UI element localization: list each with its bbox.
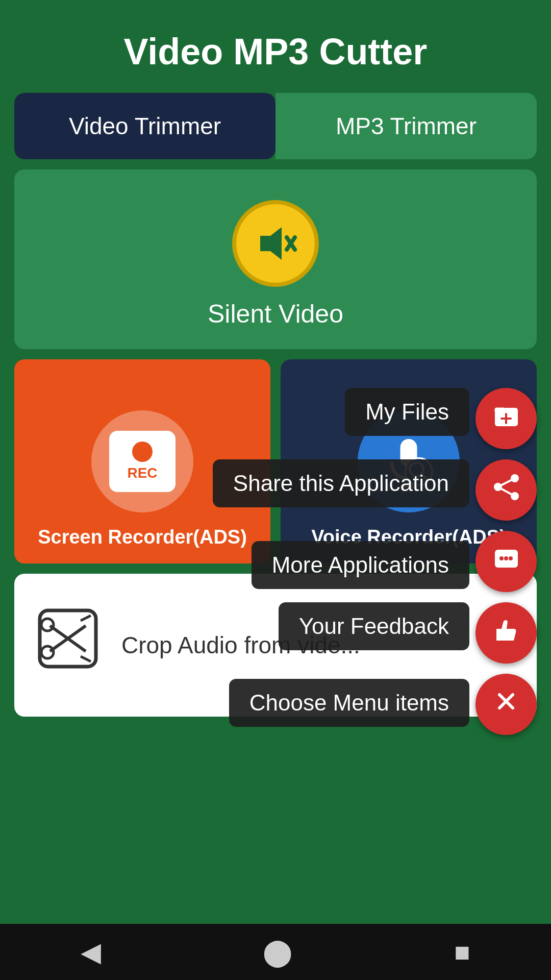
- recent-button[interactable]: ■: [454, 937, 470, 967]
- svg-line-16: [81, 616, 91, 621]
- svg-rect-1: [260, 236, 270, 251]
- share-icon: [492, 473, 520, 507]
- tooltip-choose: Choose Menu items: [229, 679, 469, 727]
- back-button[interactable]: ◀: [81, 937, 101, 967]
- svg-line-25: [498, 487, 515, 496]
- share-fab[interactable]: [475, 459, 537, 521]
- tooltip-my-files: My Files: [345, 388, 469, 436]
- rec-inner: REC: [109, 431, 176, 492]
- thumbs-up-icon: [492, 616, 520, 650]
- silent-video-label: Silent Video: [208, 299, 343, 329]
- tab-mp3-trimmer[interactable]: MP3 Trimmer: [276, 93, 537, 159]
- svg-point-13: [41, 619, 54, 631]
- svg-point-29: [509, 556, 513, 560]
- svg-line-15: [81, 656, 91, 662]
- svg-point-28: [504, 556, 508, 560]
- rec-text: REC: [127, 465, 157, 481]
- rec-dot: [132, 442, 153, 462]
- svg-point-14: [41, 646, 54, 658]
- close-menu-fab[interactable]: [475, 674, 537, 735]
- svg-line-24: [498, 478, 515, 487]
- home-button[interactable]: ⬤: [263, 937, 292, 967]
- tab-video-trimmer[interactable]: Video Trimmer: [14, 93, 276, 159]
- header: Video MP3 Cutter: [0, 0, 551, 93]
- tooltip-feedback: Your Feedback: [279, 602, 469, 650]
- rec-circle: REC: [91, 410, 193, 512]
- fab-container: [475, 388, 537, 735]
- feedback-fab[interactable]: [475, 602, 537, 664]
- screen-recorder-label: Screen Recorder(ADS): [30, 526, 255, 548]
- tooltip-more: More Applications: [252, 541, 469, 589]
- tab-bar: Video Trimmer MP3 Trimmer: [14, 93, 537, 159]
- svg-rect-18: [495, 408, 505, 413]
- add-files-icon: [492, 402, 520, 436]
- silent-video-icon[interactable]: [232, 200, 319, 287]
- svg-point-27: [499, 556, 504, 560]
- nav-bar: ◀ ⬤ ■: [0, 924, 551, 980]
- page-title: Video MP3 Cutter: [10, 31, 541, 72]
- add-files-fab[interactable]: [475, 388, 537, 449]
- content-area: Silent Video: [14, 169, 537, 349]
- more-apps-fab[interactable]: [475, 531, 537, 592]
- crop-audio-icon: [35, 605, 101, 685]
- more-apps-icon: [492, 545, 520, 579]
- tooltip-share: Share this Application: [213, 459, 469, 507]
- close-icon: [493, 689, 519, 720]
